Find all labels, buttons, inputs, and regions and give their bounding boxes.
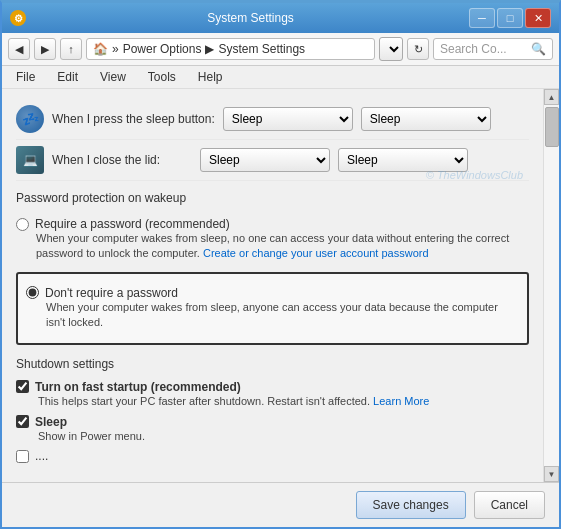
address-path[interactable]: 🏠 » Power Options ▶ System Settings (86, 38, 375, 60)
restore-button[interactable]: □ (497, 8, 523, 28)
footer: Save changes Cancel (2, 482, 559, 527)
menu-tools[interactable]: Tools (142, 68, 182, 86)
create-password-link[interactable]: Create or change your user account passw… (203, 247, 429, 259)
main-content: © TheWindowsClub 💤 When I press the slee… (2, 89, 559, 482)
require-password-radio[interactable] (16, 218, 29, 231)
scroll-up-button[interactable]: ▲ (544, 89, 559, 105)
fast-startup-checkbox[interactable] (16, 380, 29, 393)
minimize-button[interactable]: ─ (469, 8, 495, 28)
menu-edit[interactable]: Edit (51, 68, 84, 86)
fast-startup-option: Turn on fast startup (recommended) This … (16, 377, 529, 412)
menu-help[interactable]: Help (192, 68, 229, 86)
breadcrumb-system-settings[interactable]: System Settings (218, 42, 305, 56)
forward-button[interactable]: ▶ (34, 38, 56, 60)
search-icon: 🔍 (531, 42, 546, 56)
menu-bar: File Edit View Tools Help (2, 66, 559, 89)
sleep-button-row: 💤 When I press the sleep button: Sleep H… (16, 99, 529, 140)
window-title: System Settings (32, 11, 469, 25)
search-placeholder: Search Co... (440, 42, 507, 56)
no-password-label[interactable]: Don't require a password (26, 286, 519, 300)
scrollbar[interactable]: ▲ ▼ (543, 89, 559, 482)
address-bar: ◀ ▶ ↑ 🏠 » Power Options ▶ System Setting… (2, 33, 559, 66)
window-icon: ⚙ (10, 10, 26, 26)
close-button[interactable]: ✕ (525, 8, 551, 28)
main-window: ⚙ System Settings ─ □ ✕ ◀ ▶ ↑ 🏠 » Power … (0, 0, 561, 529)
fast-startup-label[interactable]: Turn on fast startup (recommended) (16, 380, 529, 394)
menu-file[interactable]: File (10, 68, 41, 86)
no-password-desc: When your computer wakes from sleep, any… (46, 300, 519, 331)
up-button[interactable]: ↑ (60, 38, 82, 60)
address-dropdown[interactable] (379, 37, 403, 61)
breadcrumb-separator-1: ▶ (205, 42, 214, 56)
breadcrumb-icon: 🏠 (93, 42, 108, 56)
sleep-button-label: When I press the sleep button: (52, 112, 215, 126)
search-box[interactable]: Search Co... 🔍 (433, 38, 553, 60)
lid-icon: 💻 (16, 146, 44, 174)
watermark: © TheWindowsClub (426, 169, 523, 181)
sleep-checkbox[interactable] (16, 415, 29, 428)
content-area: © TheWindowsClub 💤 When I press the slee… (2, 89, 543, 482)
menu-view[interactable]: View (94, 68, 132, 86)
password-section-title: Password protection on wakeup (16, 191, 529, 205)
require-password-desc: When your computer wakes from sleep, no … (36, 231, 529, 262)
no-password-option: Don't require a password When your compu… (26, 280, 519, 337)
sleep-option: Sleep Show in Power menu. (16, 412, 529, 447)
sleep-button-dropdown-1[interactable]: Sleep Hibernate Shut down Do nothing (223, 107, 353, 131)
back-button[interactable]: ◀ (8, 38, 30, 60)
window-controls: ─ □ ✕ (469, 8, 551, 28)
require-password-label[interactable]: Require a password (recommended) (16, 217, 529, 231)
lid-dropdown-1[interactable]: Sleep Hibernate Shut down Do nothing (200, 148, 330, 172)
shutdown-section-title: Shutdown settings (16, 357, 529, 371)
more-checkbox[interactable] (16, 450, 29, 463)
title-bar: ⚙ System Settings ─ □ ✕ (2, 3, 559, 33)
scroll-track (544, 105, 559, 466)
refresh-button[interactable]: ↻ (407, 38, 429, 60)
sleep-label[interactable]: Sleep (16, 415, 529, 429)
no-password-radio[interactable] (26, 286, 39, 299)
breadcrumb-separator-0: » (112, 42, 119, 56)
breadcrumb-power-options[interactable]: Power Options (123, 42, 202, 56)
sleep-button-dropdown-2[interactable]: Sleep Hibernate Shut down Do nothing (361, 107, 491, 131)
sleep-desc: Show in Power menu. (38, 429, 529, 444)
fast-startup-desc: This helps start your PC faster after sh… (38, 394, 529, 409)
require-password-option: Require a password (recommended) When yo… (16, 211, 529, 268)
more-row: .... (16, 447, 529, 465)
scroll-thumb[interactable] (545, 107, 559, 147)
cancel-button[interactable]: Cancel (474, 491, 545, 519)
lid-label: When I close the lid: (52, 153, 192, 167)
scroll-down-button[interactable]: ▼ (544, 466, 559, 482)
no-password-box: Don't require a password When your compu… (16, 272, 529, 345)
learn-more-link[interactable]: Learn More (373, 395, 429, 407)
save-button[interactable]: Save changes (356, 491, 466, 519)
sleep-button-icon: 💤 (16, 105, 44, 133)
